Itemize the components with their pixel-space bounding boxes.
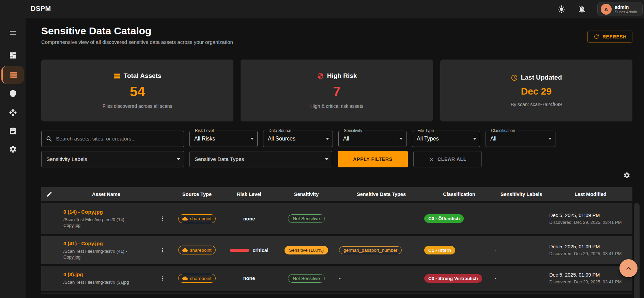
discovered-date: Discovered: Dec 29, 2025, 03:41 PM bbox=[549, 251, 632, 256]
clipboard-icon bbox=[9, 127, 17, 135]
light-mode-icon bbox=[557, 5, 566, 13]
stat-caption: High & critical risk assets bbox=[310, 103, 364, 109]
notifications-button[interactable] bbox=[577, 4, 587, 14]
source-type-chip: sharepoint bbox=[178, 214, 215, 223]
stat-caption: By scan: scan-7a24f899 bbox=[511, 102, 562, 107]
menu-toggle-button[interactable] bbox=[0, 28, 26, 38]
classification-cell: C0 - Öffentlich bbox=[424, 202, 494, 235]
table-scrollbar[interactable] bbox=[634, 203, 640, 298]
asset-name-link[interactable]: 0 (14) - Copy.jpg bbox=[63, 209, 155, 215]
source-type-cell: sharepoint bbox=[170, 202, 224, 235]
search-input[interactable] bbox=[56, 136, 180, 142]
chevron-down-icon bbox=[250, 138, 254, 140]
scroll-to-top-button[interactable] bbox=[619, 259, 638, 277]
more-vert-menu-button[interactable] bbox=[155, 215, 170, 222]
user-menu[interactable]: A admin Super Admin bbox=[597, 2, 643, 16]
risk-label: none bbox=[243, 216, 255, 221]
row-select-cell bbox=[41, 235, 58, 265]
asset-cell: 0 (14) - Copy.jpg /Scan Test Files/img-t… bbox=[58, 202, 155, 235]
page-title: Sensitive Data Catalog bbox=[41, 25, 233, 37]
sidebar-item-security[interactable] bbox=[0, 89, 26, 98]
sidebar-item-settings[interactable] bbox=[0, 145, 26, 154]
classification-chip: C0 - Öffentlich bbox=[424, 214, 464, 223]
stat-value: 7 bbox=[333, 84, 340, 99]
data-type-chip: german_passport_number bbox=[339, 246, 402, 254]
refresh-button[interactable]: REFRESH bbox=[587, 31, 632, 43]
sensitivity-chip: Not Sensitive bbox=[288, 274, 325, 283]
apply-filters-button[interactable]: APPLY FILTERS bbox=[338, 151, 408, 167]
security-shield-icon bbox=[317, 72, 324, 80]
app-brand: DSPM bbox=[31, 5, 51, 13]
sensitivity-chip: Sensitive (100%) bbox=[285, 246, 328, 254]
catalog-storage-icon bbox=[9, 71, 18, 79]
page-subtitle: Comprehensive view of all discovered sen… bbox=[41, 39, 233, 45]
sidebar-item-catalog[interactable] bbox=[1, 66, 24, 84]
more-vert-menu-button[interactable] bbox=[155, 247, 170, 253]
asset-name-link[interactable]: 0 (41) - Copy.jpg bbox=[63, 241, 155, 247]
refresh-icon bbox=[593, 33, 600, 40]
dashboard-icon bbox=[9, 51, 17, 60]
modified-date: Dec 5, 2025, 01:09 PM bbox=[549, 244, 632, 250]
shield-icon bbox=[9, 89, 17, 98]
sensitivity-labels-cell: - bbox=[494, 202, 549, 235]
sidebar-item-data-flow[interactable] bbox=[0, 108, 26, 117]
data-type-chip: - bbox=[339, 276, 341, 281]
labels-value: - bbox=[495, 276, 496, 281]
table-row: 0 (14) - Copy.jpg /Scan Test Files/img-t… bbox=[41, 202, 632, 235]
modified-date: Dec 5, 2025, 01:09 PM bbox=[549, 272, 632, 278]
settings-icon bbox=[9, 145, 17, 153]
close-icon bbox=[429, 156, 434, 162]
file-type-select[interactable]: File Type All Types bbox=[412, 131, 480, 147]
sensitivity-select[interactable]: Sensitivity All bbox=[338, 131, 407, 147]
stat-card-last-updated: Last Updated Dec 29 By scan: scan-7a24f8… bbox=[440, 60, 632, 121]
stat-card-total-assets: Total Assets 54 Files discovered across … bbox=[41, 60, 233, 121]
notifications-off-icon bbox=[578, 5, 586, 13]
avatar: A bbox=[601, 4, 612, 15]
classification-select[interactable]: Classification All bbox=[486, 131, 555, 147]
chevron-down-icon bbox=[473, 138, 476, 140]
stat-card-high-risk: High Risk 7 High & critical risk assets bbox=[241, 60, 433, 121]
sensitivity-cell: Not Sensitive bbox=[274, 265, 338, 292]
sidebar-item-dashboard[interactable] bbox=[0, 51, 26, 60]
sensitive-data-types-cell: german_passport_number bbox=[338, 235, 424, 265]
asset-path: /Scan Test Files/img-test/0 (14) - Copy.… bbox=[63, 217, 139, 228]
risk-label: critical bbox=[252, 248, 269, 253]
chevron-up-icon bbox=[624, 264, 633, 273]
asset-name-link[interactable]: 0 (3).jpg bbox=[63, 271, 155, 278]
asset-path: /Scan Test Files/img-test/0 (3).jpg bbox=[63, 279, 139, 285]
asset-cell: 0 (3).jpg /Scan Test Files/img-test/0 (3… bbox=[58, 265, 155, 292]
sidebar-item-reports[interactable] bbox=[0, 127, 26, 136]
row-select-cell bbox=[41, 265, 58, 292]
risk-label: none bbox=[243, 276, 255, 281]
row-menu-cell bbox=[155, 202, 170, 235]
clock-icon bbox=[511, 74, 518, 81]
sensitivity-labels-cell: - bbox=[494, 235, 549, 265]
sensitive-data-types-cell: - bbox=[338, 202, 424, 235]
theme-toggle-button[interactable] bbox=[557, 4, 566, 14]
column-header: Sensitivity bbox=[274, 187, 338, 202]
risk-level-select[interactable]: Risk Level All Risks bbox=[189, 131, 258, 147]
risk-bar bbox=[230, 249, 249, 252]
bulk-edit-header[interactable] bbox=[41, 187, 58, 202]
search-icon bbox=[46, 135, 53, 143]
classification-cell: C1 - Intern bbox=[424, 235, 494, 265]
more-vert-menu-button[interactable] bbox=[155, 275, 170, 282]
labels-value: - bbox=[495, 247, 496, 253]
column-header: Asset Name bbox=[58, 187, 155, 202]
source-type-chip: sharepoint bbox=[178, 274, 215, 283]
risk-level-cell: none bbox=[224, 265, 274, 292]
page-header: Sensitive Data Catalog Comprehensive vie… bbox=[41, 25, 632, 45]
stat-value: 54 bbox=[130, 84, 145, 99]
sensitivity-labels-select[interactable]: Sensitivity Labels bbox=[41, 151, 184, 167]
last-modified-cell: Dec 5, 2025, 01:09 PM Discovered: Dec 29… bbox=[549, 202, 632, 235]
clear-all-button[interactable]: CLEAR ALL bbox=[413, 151, 482, 167]
asset-cell: 0 (41) - Copy.jpg /Scan Test Files/img-t… bbox=[58, 235, 155, 265]
stat-title: Total Assets bbox=[124, 72, 162, 80]
pencil-icon bbox=[41, 191, 58, 197]
column-header: Sensitivity Labels bbox=[494, 187, 549, 202]
data-source-select[interactable]: Data Source All Sources bbox=[263, 131, 333, 147]
sensitive-data-types-select[interactable]: Sensitive Data Types bbox=[189, 151, 332, 167]
stat-value: Dec 29 bbox=[521, 86, 552, 97]
modified-date: Dec 5, 2025, 01:09 PM bbox=[549, 212, 632, 218]
table-settings-button[interactable] bbox=[623, 172, 630, 180]
